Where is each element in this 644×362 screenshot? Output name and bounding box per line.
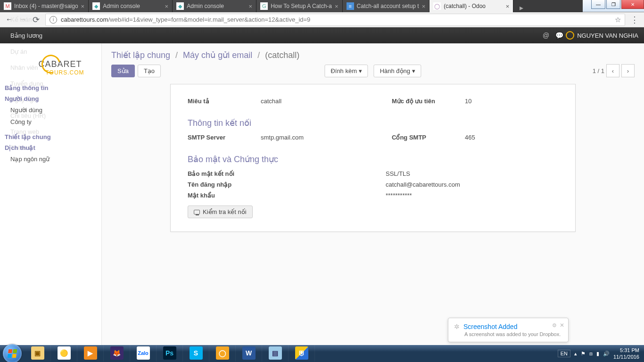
taskbar-chrome[interactable]: 🟡 xyxy=(51,345,77,362)
tab-title: Inbox (4) - master@saigo xyxy=(14,3,78,9)
tray-flag-icon[interactable]: ⚑ xyxy=(581,351,586,357)
tab-title: How To Setup A Catch-a xyxy=(271,3,332,9)
breadcrumb-settings[interactable]: Thiết lập chung xyxy=(111,50,170,60)
tab-close-icon[interactable]: × xyxy=(506,3,510,10)
window-close-button[interactable]: ✕ xyxy=(621,0,644,9)
taskbar-photoshop[interactable]: Ps xyxy=(157,345,183,362)
tab-close-icon[interactable]: × xyxy=(165,3,169,10)
user-name: NGUYEN VAN NGHIA xyxy=(577,32,638,39)
brand-logo: CABARET TOURS.COM xyxy=(0,49,101,82)
app-topmenu: Thảo luậnLịchGhi chúBán hàngMua sắmTồn k… xyxy=(0,27,644,43)
toast-gear-icon[interactable]: ⚙ xyxy=(552,322,557,329)
label-connection-security: Bảo mật kết nối xyxy=(188,170,386,177)
taskbar-word[interactable]: W xyxy=(236,345,262,362)
pager-text: 1 / 1 xyxy=(593,67,604,74)
user-menu[interactable]: NGUYEN VAN NGHIA xyxy=(566,31,638,40)
value-smtp-server: smtp.gmail.com xyxy=(261,134,304,141)
topmenu-item[interactable]: Bảng lương xyxy=(6,27,50,43)
toast-body: A screenshot was added to your Dropbox. xyxy=(464,331,562,337)
label-password: Mật khẩu xyxy=(188,192,386,199)
content-area: Thiết lập chung / Máy chủ gửi email / (c… xyxy=(102,43,644,345)
label-smtp-server: SMTP Server xyxy=(188,134,261,141)
sidebar: CABARET TOURS.COM Bảng thông tin Người d… xyxy=(0,43,102,345)
address-bar[interactable]: i cabarettours.com/web#id=1&view_type=fo… xyxy=(45,14,625,26)
tray-language[interactable]: EN xyxy=(558,350,570,357)
user-avatar-icon xyxy=(566,31,574,40)
tab-close-icon[interactable]: × xyxy=(249,3,253,10)
browser-toolbar: ← → ⟳ i cabarettours.com/web#id=1&view_t… xyxy=(0,12,644,27)
window-maximize-button[interactable]: ❐ xyxy=(606,0,620,9)
browser-menu-button[interactable]: ⋮ xyxy=(628,13,641,26)
tray-volume-icon[interactable]: 🔊 xyxy=(603,351,610,357)
at-mentions-icon[interactable]: @ xyxy=(539,32,553,39)
tab-title: Catch-all account setup t xyxy=(357,3,419,9)
taskbar-uac[interactable]: ⛨ xyxy=(289,345,315,362)
tab-title: Admin console xyxy=(187,3,246,9)
browser-tab[interactable]: GHow To Setup A Catch-a× xyxy=(256,0,342,12)
browser-tab[interactable]: ≡Catch-all account setup t× xyxy=(343,0,430,12)
label-description: Miêu tả xyxy=(188,98,261,105)
tab-favicon: ◆ xyxy=(176,2,184,10)
sidebar-section-general-settings[interactable]: Thiết lập chung xyxy=(0,132,101,142)
url-path: /web#id=1&view_type=form&model=ir.mail_s… xyxy=(108,16,310,23)
tray-dropbox-icon[interactable]: ⧈ xyxy=(589,351,593,357)
value-connection-security: SSL/TLS xyxy=(386,170,410,177)
sidebar-item-company[interactable]: Công ty xyxy=(0,116,101,128)
window-minimize-button[interactable]: — xyxy=(591,0,605,9)
test-connection-button[interactable]: Kiểm tra kết nối xyxy=(188,206,253,218)
form-sheet: Miêu tả catchall Mức độ ưu tiên 10 Thông… xyxy=(170,84,576,232)
taskbar-zalo[interactable]: Zalo xyxy=(130,345,157,362)
taskbar-explorer[interactable]: ▣ xyxy=(25,345,51,362)
tab-favicon: M xyxy=(4,2,11,10)
tray-network-icon[interactable]: ▮ xyxy=(596,351,599,357)
tab-close-icon[interactable]: × xyxy=(81,3,85,10)
create-button[interactable]: Tạo xyxy=(138,65,161,77)
breadcrumb-mail-servers[interactable]: Máy chủ gửi email xyxy=(183,50,252,60)
browser-tab[interactable]: ◆Admin console× xyxy=(173,0,256,12)
edit-button[interactable]: Sửa xyxy=(111,65,135,77)
toast-close-icon[interactable]: ✕ xyxy=(560,322,564,329)
taskbar-skype[interactable]: S xyxy=(183,345,209,362)
heading-connection: Thông tin kết nối xyxy=(188,118,558,128)
sidebar-section-translations[interactable]: Dịch thuật xyxy=(0,142,101,153)
pager-prev-button[interactable]: ‹ xyxy=(606,64,619,77)
value-password: *********** xyxy=(386,192,412,199)
site-info-icon[interactable]: i xyxy=(50,16,57,24)
tab-close-icon[interactable]: × xyxy=(335,3,339,10)
tray-clock[interactable]: 5:31 PM 11/11/2016 xyxy=(613,347,639,360)
heading-security: Bảo mật và Chứng thực xyxy=(188,154,558,165)
sidebar-item-users[interactable]: Người dùng xyxy=(0,104,101,116)
taskbar-notepad[interactable]: ▤ xyxy=(262,345,289,362)
windows-taskbar: ▣ 🟡 ▶ 🦊 Zalo Ps S ◯ W ▤ ⛨ EN ▴ ⚑ ⧈ ▮ 🔊 5… xyxy=(0,345,644,362)
dropbox-toast[interactable]: ⚙ ✕ Screenshot Added A screenshot was ad… xyxy=(448,318,569,342)
browser-tab[interactable]: MInbox (4) - master@saigo× xyxy=(0,0,89,12)
tab-close-icon[interactable]: × xyxy=(422,3,426,10)
browser-tab[interactable]: ◆Admin console× xyxy=(89,0,173,12)
taskbar-app-orange[interactable]: ◯ xyxy=(209,345,236,362)
sidebar-item-load-language[interactable]: Nạp ngôn ngữ xyxy=(0,153,101,165)
value-description: catchall xyxy=(261,98,281,105)
new-tab-button[interactable]: ▸ xyxy=(515,3,528,12)
url-host: cabarettours.com xyxy=(61,16,108,23)
value-priority: 10 xyxy=(465,98,471,105)
tray-show-hidden-icon[interactable]: ▴ xyxy=(574,351,577,357)
tab-favicon: ≡ xyxy=(347,2,354,10)
topmenu-item[interactable]: Kế toán xyxy=(6,11,50,27)
start-button[interactable] xyxy=(3,344,22,362)
messages-icon[interactable]: 💬 xyxy=(553,32,566,39)
bookmark-star-icon[interactable]: ☆ xyxy=(615,16,621,24)
attach-dropdown[interactable]: Đính kèm ▾ xyxy=(324,65,368,77)
window-titlebar: MInbox (4) - master@saigo×◆Admin console… xyxy=(0,0,644,12)
action-dropdown[interactable]: Hành động ▾ xyxy=(374,65,421,77)
value-username: catchall@cabarettours.com xyxy=(386,181,460,188)
pager-next-button[interactable]: › xyxy=(621,64,635,77)
label-priority: Mức độ ưu tiên xyxy=(392,98,465,105)
taskbar-mediaplayer[interactable]: ▶ xyxy=(77,345,104,362)
sidebar-section-dashboard[interactable]: Bảng thông tin xyxy=(0,82,101,93)
browser-tabstrip: MInbox (4) - master@saigo×◆Admin console… xyxy=(0,0,583,12)
browser-tab[interactable]: ◯(catchall) - Odoo× xyxy=(429,0,513,12)
sidebar-section-users[interactable]: Người dùng xyxy=(0,93,101,104)
toast-title: Screenshot Added xyxy=(454,323,562,330)
taskbar-firefox[interactable]: 🦊 xyxy=(104,345,130,362)
label-smtp-port: Cổng SMTP xyxy=(392,134,465,141)
